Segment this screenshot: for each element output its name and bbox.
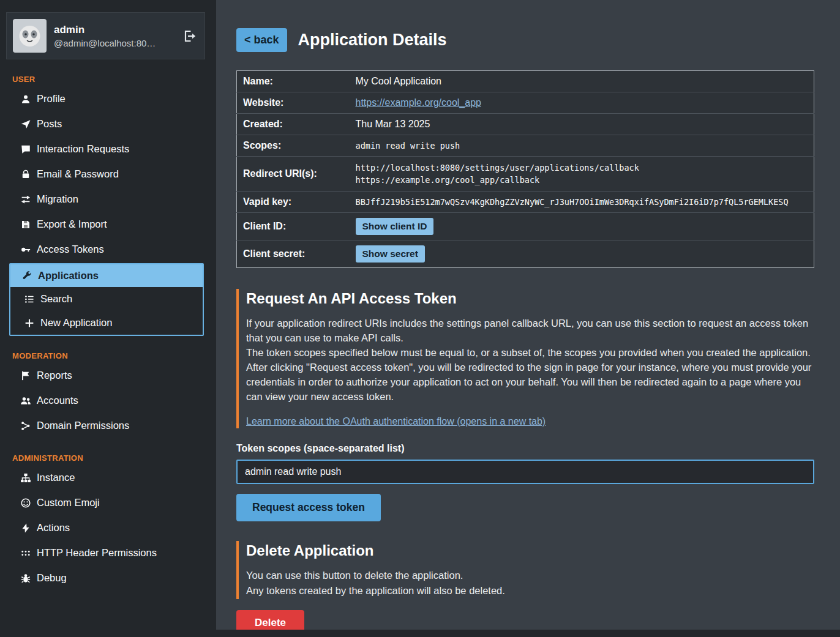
token-scopes-input[interactable] bbox=[236, 460, 814, 484]
sidebar-item-http-header-permissions[interactable]: HTTP Header Permissions bbox=[0, 540, 211, 565]
show-client-id-button[interactable]: Show client ID bbox=[356, 218, 434, 235]
main-content: < back Application Details Name: My Cool… bbox=[216, 0, 840, 630]
delete-line: Any tokens created by the application wi… bbox=[246, 583, 814, 598]
sidebar-item-reports[interactable]: Reports bbox=[0, 363, 211, 388]
network-icon bbox=[20, 420, 31, 431]
table-row-redirect-uris: Redirect URI(s): http://localhost:8080/s… bbox=[237, 157, 814, 192]
user-handle: @admin@localhost:80… bbox=[54, 38, 156, 48]
table-row-client-secret: Client secret: Show secret bbox=[237, 240, 814, 268]
request-token-section: Request An API Access Token If your appl… bbox=[236, 289, 814, 428]
user-name: admin bbox=[54, 24, 156, 36]
person-icon bbox=[20, 94, 31, 105]
page-title: Application Details bbox=[298, 31, 447, 50]
oauth-docs-link[interactable]: Learn more about the OAuth authenticatio… bbox=[246, 416, 546, 427]
sidebar-item-domain-permissions[interactable]: Domain Permissions bbox=[0, 413, 211, 438]
wrench-icon bbox=[21, 270, 32, 281]
show-secret-button[interactable]: Show secret bbox=[356, 245, 425, 263]
request-token-paragraph: The token scopes specified below must be… bbox=[246, 345, 814, 360]
row-label: Name: bbox=[237, 71, 354, 92]
row-label: Redirect URI(s): bbox=[237, 157, 354, 192]
row-label: Created: bbox=[237, 114, 354, 135]
sidebar-item-accounts[interactable]: Accounts bbox=[0, 388, 211, 413]
website-link[interactable]: https://example.org/cool_app bbox=[356, 97, 481, 108]
row-value: Thu Mar 13 2025 bbox=[354, 114, 814, 135]
sidebar-item-posts[interactable]: Posts bbox=[0, 111, 211, 136]
comment-icon bbox=[20, 144, 31, 155]
plus-icon bbox=[24, 318, 35, 329]
row-value: admin read write push bbox=[354, 135, 814, 157]
list-icon bbox=[24, 294, 35, 305]
table-row-client-id: Client ID: Show client ID bbox=[237, 213, 814, 240]
table-row-created: Created: Thu Mar 13 2025 bbox=[237, 114, 814, 135]
sidebar-item-label: Reports bbox=[37, 370, 72, 381]
bug-icon bbox=[20, 573, 31, 584]
sidebar-item-applications[interactable]: Applications bbox=[10, 264, 203, 287]
sidebar-item-actions[interactable]: Actions bbox=[0, 515, 211, 540]
sidebar-item-migration[interactable]: Migration bbox=[0, 187, 211, 212]
delete-application-title: Delete Application bbox=[246, 542, 814, 559]
sidebar-item-new-application[interactable]: New Application bbox=[10, 311, 203, 335]
row-value: BBJffJ219b5iE512m7wQSzv4KgKDhgZZVzNyWC_r… bbox=[354, 192, 814, 213]
sidebar-item-label: Instance bbox=[37, 472, 75, 483]
applications-group: Applications Search New Application bbox=[9, 263, 204, 336]
back-button[interactable]: < back bbox=[236, 28, 287, 52]
delete-application-section: Delete Application You can use this butt… bbox=[236, 541, 814, 598]
users-icon bbox=[20, 395, 31, 406]
bolt-icon bbox=[20, 523, 31, 534]
transfer-arrows-icon bbox=[20, 194, 31, 205]
sidebar: admin @admin@localhost:80… USER Profile … bbox=[0, 0, 211, 637]
sidebar-item-label: Accounts bbox=[37, 395, 78, 406]
sidebar-item-label: Profile bbox=[37, 93, 66, 105]
paper-plane-icon bbox=[20, 119, 31, 130]
application-details-table: Name: My Cool Application Website: https… bbox=[236, 70, 814, 268]
sidebar-item-label: Search bbox=[40, 293, 72, 305]
sidebar-item-label: Actions bbox=[37, 522, 70, 534]
delete-button[interactable]: Delete bbox=[236, 610, 304, 630]
sidebar-item-label: Migration bbox=[37, 193, 78, 205]
sitemap-icon bbox=[20, 472, 31, 483]
table-row-website: Website: https://example.org/cool_app bbox=[237, 92, 814, 114]
sidebar-item-profile[interactable]: Profile bbox=[0, 86, 211, 111]
sidebar-item-label: Access Tokens bbox=[37, 244, 104, 255]
logout-button[interactable] bbox=[181, 28, 198, 45]
sidebar-item-label: Email & Password bbox=[37, 168, 119, 180]
token-scopes-label: Token scopes (space-separated list) bbox=[236, 443, 814, 454]
request-token-paragraph: After clicking "Request access token", y… bbox=[246, 360, 814, 404]
flag-icon bbox=[20, 370, 31, 381]
table-row-vapid-key: Vapid key: BBJffJ219b5iE512m7wQSzv4KgKDh… bbox=[237, 192, 814, 213]
delete-line: You can use this button to delete the ap… bbox=[246, 568, 814, 583]
sidebar-item-email-password[interactable]: Email & Password bbox=[0, 162, 211, 187]
table-row-name: Name: My Cool Application bbox=[237, 71, 814, 92]
section-label-moderation: MODERATION bbox=[12, 351, 211, 360]
lock-icon bbox=[20, 169, 31, 180]
sidebar-item-instance[interactable]: Instance bbox=[0, 465, 211, 490]
sidebar-item-interaction-requests[interactable]: Interaction Requests bbox=[0, 136, 211, 162]
logout-icon bbox=[182, 29, 197, 43]
row-label: Website: bbox=[237, 92, 354, 114]
section-label-administration: ADMINISTRATION bbox=[12, 453, 211, 463]
sidebar-item-label: Applications bbox=[38, 270, 99, 281]
sidebar-item-label: HTTP Header Permissions bbox=[37, 547, 157, 559]
user-card: admin @admin@localhost:80… bbox=[6, 12, 205, 59]
request-access-token-button[interactable]: Request access token bbox=[236, 494, 381, 521]
row-label: Client ID: bbox=[237, 213, 354, 240]
row-label: Scopes: bbox=[237, 135, 354, 157]
sidebar-item-export-import[interactable]: Export & Import bbox=[0, 212, 211, 237]
sidebar-item-label: Custom Emoji bbox=[37, 497, 100, 508]
sidebar-item-label: Export & Import bbox=[37, 218, 107, 230]
avatar bbox=[13, 19, 47, 53]
page-header: < back Application Details bbox=[236, 28, 814, 52]
sidebar-item-label: Domain Permissions bbox=[37, 420, 129, 431]
section-label-user: USER bbox=[12, 75, 211, 84]
sidebar-item-debug[interactable]: Debug bbox=[0, 565, 211, 590]
grip-dots-icon bbox=[20, 548, 31, 559]
redirect-uri-1: http://localhost:8080/settings/user/appl… bbox=[356, 162, 808, 174]
request-token-paragraph: If your application redirect URIs includ… bbox=[246, 316, 814, 345]
sidebar-item-custom-emoji[interactable]: Custom Emoji bbox=[0, 490, 211, 515]
sidebar-item-label: New Application bbox=[40, 317, 112, 329]
redirect-uri-2: https://example.org/cool_app/callback bbox=[356, 174, 808, 186]
sidebar-item-access-tokens[interactable]: Access Tokens bbox=[0, 237, 211, 262]
sidebar-item-label: Debug bbox=[37, 572, 67, 584]
row-value: My Cool Application bbox=[354, 71, 814, 92]
sidebar-item-applications-search[interactable]: Search bbox=[10, 287, 203, 311]
